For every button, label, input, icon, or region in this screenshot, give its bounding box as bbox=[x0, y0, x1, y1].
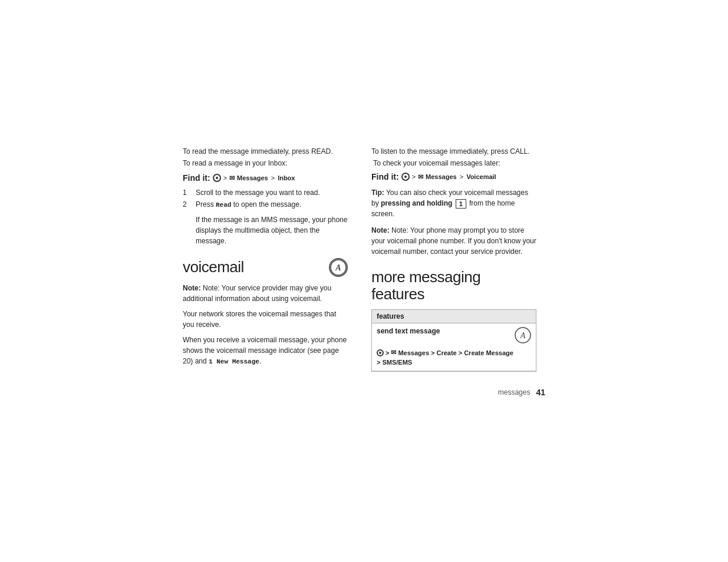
features-row-content: > ✉ Messages > Create > Create Message >… bbox=[372, 348, 536, 371]
tip-text: Tip: You can also check your voicemail m… bbox=[371, 187, 536, 219]
page-number: 41 bbox=[536, 388, 545, 397]
voicemail-icon: A bbox=[329, 258, 348, 277]
find-it-label-right: Find it: bbox=[371, 172, 399, 181]
nav-dot-icon-right bbox=[401, 173, 410, 181]
features-nav-sep-2: > bbox=[459, 349, 462, 356]
features-row-send-text: send text message A > bbox=[372, 323, 536, 371]
nav-arrow-1: > bbox=[223, 174, 227, 181]
page-footer: messages 41 bbox=[498, 388, 545, 397]
voicemail-section: voicemail A Note: Note: Your service pro… bbox=[183, 258, 348, 367]
nav-sep-right-1: > bbox=[460, 173, 463, 180]
features-row-header: send text message A bbox=[372, 323, 536, 348]
nav-inbox-label: Inbox bbox=[278, 174, 295, 181]
envelope-small-icon: ✉ bbox=[229, 174, 235, 182]
find-it-label: Find it: bbox=[183, 173, 210, 183]
content-area: To read the message immediately, press R… bbox=[183, 147, 548, 372]
features-sms-ems: > SMS/EMS bbox=[377, 359, 531, 366]
features-sms-ems-text: > SMS/EMS bbox=[377, 359, 412, 366]
check-later-text: To check your voicemail messages later: bbox=[371, 159, 536, 167]
features-table: features send text message A bbox=[371, 309, 536, 372]
page-container: To read the message immediately, press R… bbox=[0, 0, 728, 562]
nav-dot-icon bbox=[213, 174, 221, 182]
features-create-message-label: Create Message bbox=[464, 349, 513, 356]
nav-arrow-right-1: > bbox=[412, 173, 416, 180]
find-it-voicemail: Find it: > ✉ Messages > Voicemail bbox=[371, 172, 536, 181]
features-messages-label: Messages bbox=[398, 349, 429, 356]
step-1-num: 1 bbox=[183, 189, 190, 197]
send-text-title: send text message bbox=[377, 327, 440, 335]
envelope-small-icon-right: ✉ bbox=[418, 173, 423, 181]
step-2: 2 Press Read to open the message. bbox=[183, 200, 348, 209]
nav-voicemail-label: Voicemail bbox=[466, 173, 496, 180]
indent-text: If the message is an MMS message, your p… bbox=[196, 214, 348, 246]
features-nav-sep-1: > bbox=[431, 349, 434, 356]
nav-messages-label: Messages bbox=[237, 174, 268, 181]
key-1-icon: 1 bbox=[456, 199, 466, 209]
features-find-nav: > ✉ Messages > Create > Create Message bbox=[377, 349, 531, 356]
svg-text:A: A bbox=[335, 263, 341, 272]
features-create-label: Create bbox=[436, 349, 456, 356]
left-column: To read the message immediately, press R… bbox=[183, 147, 348, 372]
steps-list: 1 Scroll to the message you want to read… bbox=[183, 189, 348, 209]
footer-label: messages bbox=[498, 388, 531, 396]
features-envelope-icon: ✉ bbox=[391, 349, 396, 356]
svg-text:A: A bbox=[520, 331, 526, 340]
features-table-header: features bbox=[372, 310, 536, 323]
voicemail-header: voicemail A bbox=[183, 258, 348, 277]
step-1: 1 Scroll to the message you want to read… bbox=[183, 189, 348, 197]
find-it-inbox: Find it: > ✉ Messages > Inbox bbox=[183, 173, 348, 183]
messaging-icon: A bbox=[515, 327, 531, 345]
right-note-text: Note: Note: Your phone may prompt you to… bbox=[371, 225, 536, 257]
features-nav-dot bbox=[377, 349, 384, 356]
right-column: To listen to the message immediately, pr… bbox=[371, 147, 536, 372]
voicemail-body2: When you receive a voicemail message, yo… bbox=[183, 335, 348, 367]
step-1-text: Scroll to the message you want to read. bbox=[196, 189, 348, 197]
nav-sep-1: > bbox=[271, 174, 275, 181]
listen-immediately-text: To listen to the message immediately, pr… bbox=[371, 147, 536, 156]
read-inbox-text: To read a message in your Inbox: bbox=[183, 159, 348, 167]
voicemail-title: voicemail bbox=[183, 258, 244, 276]
step-2-text: Press Read to open the message. bbox=[196, 200, 348, 209]
more-messaging-title: more messaging features bbox=[371, 269, 536, 302]
voicemail-note: Note: Note: Your service provider may gi… bbox=[183, 283, 348, 304]
more-messaging-section: more messaging features features send te… bbox=[371, 269, 536, 372]
step-2-num: 2 bbox=[183, 200, 190, 209]
voicemail-body1: Your network stores the voicemail messag… bbox=[183, 309, 348, 330]
read-immediately-text: To read the message immediately, press R… bbox=[183, 147, 348, 156]
features-nav-arrow-1: > bbox=[386, 349, 389, 356]
nav-messages-label-right: Messages bbox=[426, 173, 457, 180]
